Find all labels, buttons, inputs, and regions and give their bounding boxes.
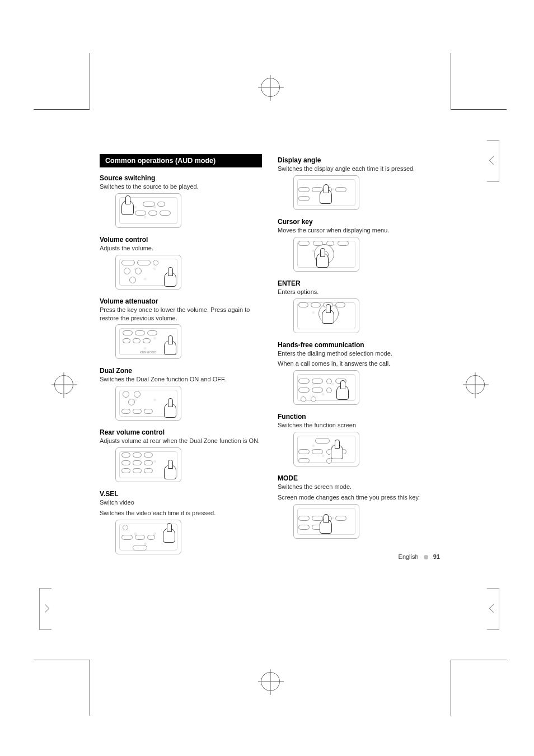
remote-button-icon — [147, 535, 155, 540]
remote-button-icon — [129, 277, 136, 283]
remote-diagram — [293, 504, 359, 539]
desc-hands-free-2: When a call comes in, it answers the cal… — [278, 360, 440, 368]
page-footer: English 91 — [399, 553, 440, 560]
desc-source-switching: Switches to the source to be played. — [100, 183, 262, 191]
remote-button-icon — [121, 468, 130, 473]
remote-button-icon — [135, 330, 145, 335]
remote-button-icon — [311, 396, 316, 402]
heading-volume-attenuator: Volume attenuator — [100, 297, 262, 305]
pointing-hand-icon — [336, 385, 349, 400]
heading-hands-free: Hands-free communication — [278, 341, 440, 349]
heading-enter: ENTER — [278, 279, 440, 287]
remote-diagram — [115, 255, 181, 290]
heading-volume-control: Volume control — [100, 236, 262, 244]
remote-diagram — [115, 447, 181, 482]
remote-button-icon — [335, 302, 345, 307]
remote-button-icon — [315, 438, 330, 444]
remote-button-icon — [133, 338, 140, 343]
remote-button-icon — [121, 460, 130, 465]
remote-button-icon — [338, 241, 349, 246]
remote-button-icon — [298, 196, 310, 201]
desc-function: Switches the function screen — [278, 421, 440, 430]
remote-button-icon — [135, 268, 142, 274]
remote-button-icon — [298, 302, 308, 307]
desc-dual-zone: Switches the Dual Zone function ON and O… — [100, 375, 262, 384]
desc-rear-volume: Adjusts volume at rear when the Dual Zon… — [100, 437, 262, 445]
desc-display-angle: Switches the display angle each time it … — [278, 165, 440, 173]
remote-button-icon — [326, 241, 334, 246]
heading-source-switching: Source switching — [100, 174, 262, 182]
registration-mark-icon — [261, 78, 280, 97]
footer-language: English — [399, 553, 419, 560]
section-banner: Common operations (AUD mode) — [100, 154, 262, 167]
page-content: Common operations (AUD mode) Source swit… — [100, 154, 440, 556]
remote-button-icon — [298, 516, 310, 521]
remote-button-icon — [133, 452, 142, 458]
remote-button-icon — [121, 260, 135, 265]
pointing-hand-icon — [164, 340, 176, 355]
remote-button-icon — [326, 379, 332, 384]
fold-tab-right-icon — [487, 588, 499, 630]
crop-mark — [90, 53, 90, 109]
remote-button-icon — [298, 525, 310, 530]
remote-button-icon — [134, 391, 140, 398]
desc-vsel: Switches the video each time it is press… — [100, 509, 262, 517]
pointing-hand-icon — [320, 189, 332, 204]
desc-cursor-key: Moves the cursor when displaying menu. — [278, 226, 440, 235]
crop-mark — [451, 660, 507, 660]
crop-mark — [34, 660, 90, 660]
crop-mark — [451, 660, 451, 716]
remote-button-icon — [144, 468, 153, 473]
remote-diagram — [293, 298, 359, 333]
crop-mark — [34, 109, 90, 110]
remote-button-icon — [326, 458, 332, 464]
remote-button-icon — [335, 187, 346, 192]
heading-vsel: V.SEL — [100, 490, 262, 498]
registration-mark-icon — [466, 375, 485, 394]
heading-display-angle: Display angle — [278, 156, 440, 164]
remote-button-icon — [160, 211, 171, 216]
remote-button-icon — [144, 409, 153, 414]
heading-dual-zone: Dual Zone — [100, 367, 262, 375]
remote-diagram — [115, 193, 181, 228]
remote-diagram — [293, 175, 359, 210]
remote-button-icon — [153, 260, 158, 265]
crop-mark — [451, 109, 507, 110]
desc-hands-free-1: Enters the dialing method selection mode… — [278, 349, 440, 358]
crop-mark — [90, 660, 90, 716]
desc-enter: Enters options. — [278, 288, 440, 296]
remote-button-icon — [335, 516, 346, 521]
remote-button-icon — [298, 241, 310, 246]
remote-button-icon — [121, 409, 130, 414]
remote-button-icon — [147, 330, 157, 335]
remote-button-icon — [128, 399, 135, 405]
pointing-hand-icon — [316, 253, 329, 268]
remote-diagram — [293, 237, 359, 272]
remote-button-icon — [326, 388, 332, 393]
remote-button-icon — [137, 260, 151, 265]
remote-diagram — [115, 520, 181, 554]
remote-button-icon — [143, 202, 155, 207]
remote-button-icon — [135, 535, 145, 540]
heading-mode: MODE — [278, 474, 440, 482]
crop-mark — [451, 53, 451, 109]
remote-button-icon — [311, 302, 321, 307]
remote-button-icon — [312, 379, 323, 384]
pointing-hand-icon — [322, 309, 334, 324]
remote-button-icon — [123, 391, 129, 398]
footer-page-number: 91 — [433, 553, 440, 560]
remote-button-icon — [135, 211, 146, 216]
pointing-hand-icon — [164, 465, 176, 479]
remote-button-icon — [312, 449, 323, 454]
remote-button-icon — [121, 452, 130, 458]
remote-button-icon — [123, 525, 128, 530]
pointing-hand-icon — [320, 519, 332, 534]
pointing-hand-icon — [163, 528, 175, 543]
remote-button-icon — [298, 449, 310, 454]
remote-button-icon — [123, 330, 133, 335]
remote-button-icon — [144, 452, 153, 458]
remote-button-icon — [301, 396, 306, 402]
footer-dot-icon — [424, 555, 428, 559]
heading-function: Function — [278, 413, 440, 421]
desc-mode-1: Switches the screen mode. — [278, 483, 440, 491]
